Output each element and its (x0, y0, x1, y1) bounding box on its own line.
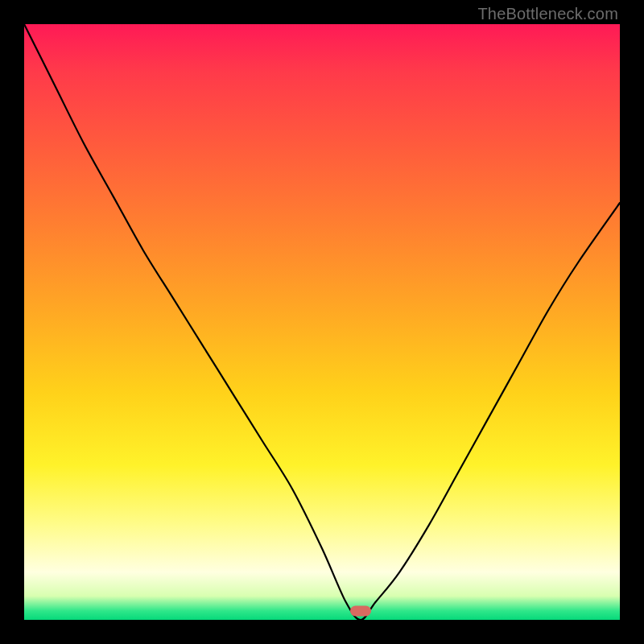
bottleneck-curve (24, 24, 620, 620)
plot-area (24, 24, 620, 620)
chart-frame: TheBottleneck.com (0, 0, 644, 644)
watermark-text: TheBottleneck.com (477, 5, 618, 23)
optimal-marker (350, 605, 371, 616)
